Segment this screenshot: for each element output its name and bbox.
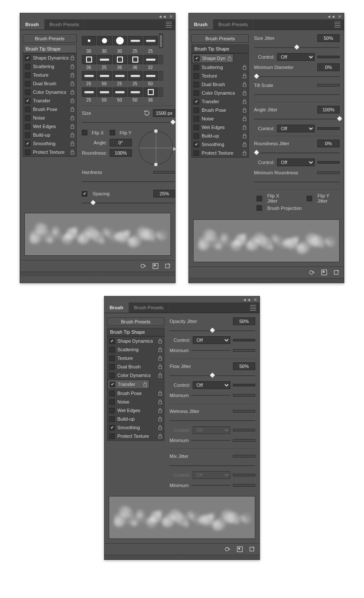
brush-swatch[interactable] (143, 71, 158, 81)
angle-jitter-field[interactable]: 100% (317, 106, 340, 114)
setting-checkbox[interactable] (109, 391, 115, 396)
lock-icon[interactable] (227, 56, 232, 61)
brush-swatch[interactable] (97, 87, 112, 97)
lock-icon[interactable] (242, 125, 247, 130)
setting-checkbox[interactable] (25, 150, 30, 155)
new-brush-icon[interactable] (321, 269, 328, 276)
setting-row-scattering[interactable]: Scattering (23, 62, 76, 71)
flip-y-checkbox[interactable]: Flip Y (110, 130, 131, 135)
brush-swatch[interactable] (143, 55, 158, 64)
size-control-select[interactable]: Off (277, 53, 315, 61)
setting-row-shape-dynamics[interactable]: Shape Dynamics (107, 337, 164, 345)
setting-checkbox[interactable] (194, 116, 199, 122)
brush-swatch[interactable] (97, 71, 112, 81)
setting-row-transfer[interactable]: Transfer (23, 96, 76, 105)
brush-tip-shape-button[interactable]: Brush Tip Shape (191, 45, 249, 53)
flow-control-select[interactable]: Off (193, 381, 230, 389)
setting-row-dual-brush[interactable]: Dual Brush (192, 80, 248, 89)
new-brush-icon[interactable] (236, 546, 243, 553)
roundness-jitter-slider[interactable] (254, 149, 340, 157)
lock-icon[interactable] (242, 65, 247, 70)
setting-checkbox[interactable] (194, 90, 199, 96)
lock-icon[interactable] (158, 391, 162, 396)
setting-checkbox[interactable] (194, 99, 199, 105)
lock-icon[interactable] (70, 124, 75, 129)
toggle-preview-icon[interactable] (140, 263, 147, 269)
min-diameter-slider[interactable] (254, 73, 340, 81)
lock-icon[interactable] (158, 408, 162, 413)
panel-menu-icon[interactable] (162, 19, 175, 30)
create-brush-icon[interactable] (333, 269, 340, 276)
setting-row-wet-edges[interactable]: Wet Edges (23, 122, 76, 131)
setting-checkbox[interactable] (194, 65, 199, 70)
lock-icon[interactable] (242, 99, 247, 104)
setting-checkbox[interactable] (194, 125, 199, 130)
setting-row-build-up[interactable]: Build-up (192, 132, 248, 140)
swatch-scrollbar[interactable] (159, 55, 163, 64)
lock-icon[interactable] (158, 347, 162, 352)
spacing-checkbox[interactable]: Spacing (82, 191, 110, 197)
flow-jitter-field[interactable]: 50% (233, 362, 255, 370)
brush-swatch[interactable] (143, 87, 158, 97)
lock-icon[interactable] (158, 373, 162, 378)
resize-grip[interactable]: ····· (20, 272, 175, 276)
lock-icon[interactable] (158, 338, 162, 344)
new-brush-icon[interactable] (152, 263, 159, 269)
setting-row-color-dynamics[interactable]: Color Dynamics (23, 88, 76, 96)
close-icon[interactable]: ✕ (169, 14, 173, 19)
setting-row-transfer[interactable]: Transfer (192, 97, 248, 106)
setting-row-noise[interactable]: Noise (107, 398, 164, 406)
lock-icon[interactable] (70, 90, 75, 95)
setting-row-noise[interactable]: Noise (23, 114, 76, 122)
brush-swatch[interactable] (82, 36, 96, 45)
close-icon[interactable]: ✕ (254, 297, 257, 302)
brush-presets-button[interactable]: Brush Presets (23, 34, 77, 43)
spacing-slider[interactable] (82, 199, 176, 207)
flip-y-jitter-checkbox[interactable]: Flip Y Jitter (307, 193, 340, 203)
setting-row-brush-pose[interactable]: Brush Pose (107, 389, 164, 398)
setting-row-build-up[interactable]: Build-up (23, 131, 76, 139)
setting-checkbox[interactable] (109, 408, 115, 413)
setting-row-dual-brush[interactable]: Dual Brush (23, 79, 76, 88)
brush-swatch[interactable] (113, 87, 127, 97)
lock-icon[interactable] (242, 142, 247, 147)
size-jitter-field[interactable]: 50% (317, 34, 340, 42)
setting-checkbox[interactable] (194, 108, 199, 113)
setting-checkbox[interactable] (25, 141, 30, 147)
lock-icon[interactable] (70, 72, 75, 78)
setting-row-protect-texture[interactable]: Protect Texture (23, 148, 76, 156)
lock-icon[interactable] (158, 434, 162, 439)
size-field[interactable]: 1500 px (153, 109, 176, 117)
setting-checkbox[interactable] (194, 142, 199, 147)
setting-row-scattering[interactable]: Scattering (107, 345, 164, 354)
lock-icon[interactable] (158, 399, 162, 404)
setting-checkbox[interactable] (109, 425, 115, 431)
setting-row-smoothing[interactable]: Smoothing (23, 139, 76, 148)
setting-checkbox[interactable] (194, 133, 199, 139)
lock-icon[interactable] (158, 425, 162, 430)
setting-checkbox[interactable] (110, 382, 115, 387)
close-icon[interactable]: ✕ (338, 14, 341, 19)
setting-row-smoothing[interactable]: Smoothing (192, 140, 248, 149)
setting-row-noise[interactable]: Noise (192, 114, 248, 123)
flip-x-checkbox[interactable]: Flip X (82, 130, 104, 135)
collapse-icon[interactable]: ◄◄ (327, 14, 335, 19)
create-brush-icon[interactable] (248, 546, 255, 553)
brush-swatch[interactable] (113, 55, 127, 64)
setting-checkbox[interactable] (109, 364, 115, 370)
setting-row-texture[interactable]: Texture (192, 72, 248, 80)
setting-row-shape-dynamics[interactable]: Shape Dynamics (23, 54, 76, 62)
angle-field[interactable]: 0° (110, 139, 132, 147)
setting-checkbox[interactable] (194, 56, 200, 61)
lock-icon[interactable] (242, 150, 247, 155)
lock-icon[interactable] (70, 55, 75, 60)
setting-row-brush-pose[interactable]: Brush Pose (192, 106, 248, 114)
setting-checkbox[interactable] (25, 81, 30, 87)
setting-row-texture[interactable]: Texture (107, 354, 164, 362)
opacity-control-select[interactable]: Off (193, 336, 230, 344)
tab-brush[interactable]: Brush (189, 19, 213, 30)
angle-control-select[interactable]: Off (277, 125, 315, 132)
brush-swatch[interactable] (128, 36, 143, 45)
lock-icon[interactable] (70, 64, 75, 69)
panel-menu-icon[interactable] (331, 19, 344, 30)
